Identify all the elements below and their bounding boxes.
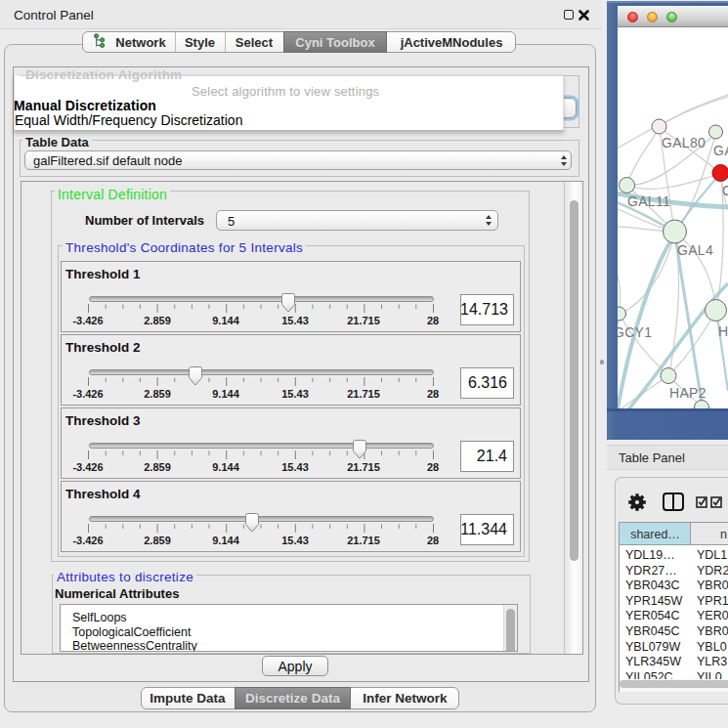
svg-text:GCY1: GCY1 (618, 324, 652, 340)
svg-text:GAL4: GAL4 (677, 242, 713, 258)
svg-text:H: H (718, 323, 728, 339)
svg-text:HAP2: HAP2 (669, 385, 707, 401)
svg-text:GA: GA (713, 143, 728, 158)
svg-text:GAL80: GAL80 (662, 135, 706, 150)
svg-text:C: C (722, 183, 728, 198)
svg-text:GAL11: GAL11 (627, 193, 670, 209)
